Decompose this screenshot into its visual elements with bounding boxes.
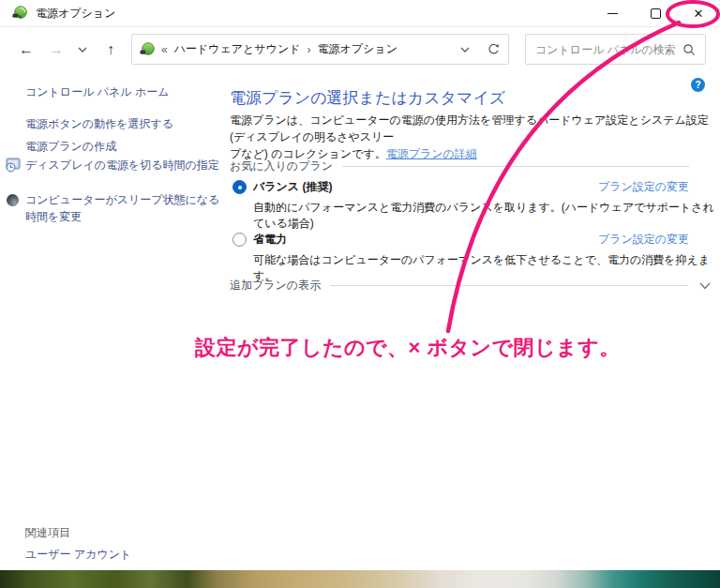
maximize-icon — [651, 8, 661, 19]
breadcrumb-separator: › — [308, 43, 311, 56]
page-title: 電源プランの選択またはカスタマイズ — [230, 87, 505, 109]
search-box[interactable] — [525, 34, 706, 65]
additional-plans-divider — [330, 285, 688, 286]
minimize-icon — [608, 13, 618, 14]
search-input[interactable] — [535, 43, 682, 56]
radio-balanced[interactable] — [232, 180, 247, 194]
window-title: 電源オプション — [36, 6, 115, 22]
sidebar-item-power-button-behavior[interactable]: 電源ボタンの動作を選択する — [25, 116, 173, 132]
up-button[interactable]: ↑ — [99, 41, 122, 58]
window-controls: ✕ — [591, 0, 720, 26]
plan-power-saver-change-settings-link[interactable]: プラン設定の変更 — [598, 232, 689, 248]
favorites-group-label: お気に入りのプラン — [230, 158, 333, 174]
additional-plans-group[interactable]: 追加プランの表示 — [230, 278, 711, 294]
sidebar-item-create-power-plan[interactable]: 電源プランの作成 — [25, 139, 116, 155]
sidebar-item-display-off-time[interactable]: ディスプレイの電源を切る時間の指定 — [25, 157, 224, 173]
navigation-bar: ← → ↑ « ハードウェアとサウンド › 電源オプション — [0, 26, 720, 71]
close-button[interactable]: ✕ — [677, 0, 720, 26]
address-power-icon — [140, 42, 155, 57]
search-icon[interactable] — [682, 43, 696, 56]
plan-balanced-name[interactable]: バランス (推奨) — [253, 179, 332, 195]
power-options-app-icon — [12, 6, 27, 21]
svg-text:?: ? — [695, 80, 700, 90]
breadcrumb-hardware-sound[interactable]: ハードウェアとサウンド — [174, 41, 301, 57]
power-options-window: 電源オプション ✕ ← → ↑ « ハードウェアとサウンド › 電源オプション — [0, 0, 720, 570]
close-icon: ✕ — [694, 8, 704, 20]
annotation-text: 設定が完了したので、× ボタンで閉じます。 — [195, 334, 621, 362]
address-bar[interactable]: « ハードウェアとサウンド › 電源オプション — [131, 34, 509, 65]
intro-paragraph: 電源プランは、コンピューターの電源の使用方法を管理するハードウェア設定とシステム… — [230, 112, 710, 162]
favorites-group: お気に入りのプラン — [230, 158, 689, 174]
plan-power-saver-name[interactable]: 省電力 — [253, 232, 287, 248]
favorites-divider — [342, 166, 689, 167]
expand-chevron-down-icon[interactable] — [699, 282, 711, 290]
plan-balanced-change-settings-link[interactable]: プラン設定の変更 — [598, 179, 689, 195]
address-dropdown-chevron-icon[interactable] — [460, 47, 470, 53]
help-icon[interactable]: ? — [691, 78, 705, 92]
additional-plans-label: 追加プランの表示 — [230, 278, 321, 294]
forward-button[interactable]: → — [45, 41, 68, 58]
minimize-button[interactable] — [591, 0, 634, 26]
maximize-button[interactable] — [634, 0, 677, 26]
monitor-clock-icon — [6, 158, 21, 173]
breadcrumb-power-options[interactable]: 電源オプション — [318, 41, 398, 57]
related-items-header: 関連項目 — [25, 525, 70, 541]
intro-line1: 電源プランは、コンピューターの電源の使用方法を管理するハードウェア設定とシステム… — [230, 113, 709, 143]
sleep-moon-icon — [6, 193, 20, 207]
plan-balanced-description: 自動的にパフォーマンスと電力消費のバランスを取ります。(ハードウェアでサポートさ… — [253, 200, 720, 232]
sidebar-item-control-panel-home[interactable]: コントロール パネル ホーム — [25, 84, 169, 100]
desktop-wallpaper-strip — [0, 570, 720, 588]
sidebar-item-user-accounts[interactable]: ユーザー アカウント — [25, 547, 131, 563]
radio-power-saver[interactable] — [232, 233, 247, 247]
breadcrumb-root-chevrons[interactable]: « — [161, 43, 168, 56]
recent-pages-chevron-icon[interactable] — [73, 47, 92, 53]
refresh-icon[interactable] — [487, 42, 501, 56]
titlebar: 電源オプション ✕ — [0, 0, 720, 26]
sidebar-item-sleep-time[interactable]: コンピューターがスリープ状態になる時間を変更 — [25, 191, 224, 225]
back-button[interactable]: ← — [15, 41, 38, 58]
